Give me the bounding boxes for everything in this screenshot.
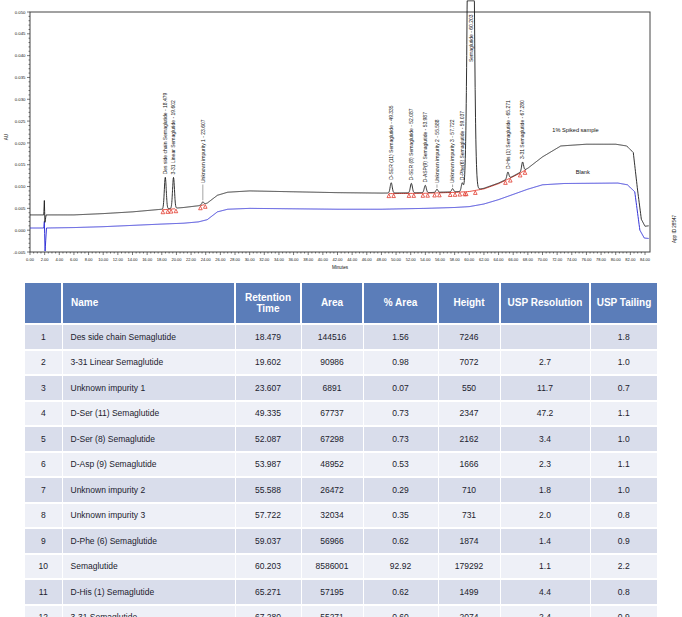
table-row: 8Unknown impurity 357.722320340.357312.0… bbox=[25, 503, 657, 529]
y-tick-label: 0.015 bbox=[15, 162, 26, 167]
table-cell: 23.607 bbox=[235, 375, 301, 401]
table-cell: 2347 bbox=[438, 401, 500, 427]
peak-label: Unknown impurity 1 - 23.607 bbox=[200, 119, 206, 183]
peak-label: 3-31 Semaglutide - 67.280 bbox=[519, 100, 525, 159]
x-tick-label: 26.00 bbox=[215, 257, 226, 262]
table-cell: 57195 bbox=[301, 579, 363, 605]
table-cell: 92.92 bbox=[363, 554, 438, 580]
table-cell: 8586001 bbox=[301, 554, 363, 580]
table-row: 6D-Asp (9) Semaglutide53.987489520.53166… bbox=[25, 452, 657, 478]
table-body: 1Des side chain Semaglutide18.4791445161… bbox=[25, 324, 657, 617]
table-cell: 7246 bbox=[438, 324, 500, 350]
table-cell: 0.98 bbox=[363, 350, 438, 376]
integration-marker bbox=[199, 206, 203, 210]
table-cell: 67737 bbox=[301, 401, 363, 427]
peak-label: D-SER (11) Semaglutide - 49.335 bbox=[388, 105, 394, 180]
table-cell: 6891 bbox=[301, 375, 363, 401]
integration-marker bbox=[474, 191, 478, 195]
table-cell: 59.037 bbox=[235, 528, 301, 554]
table-cell: 4.4 bbox=[500, 579, 590, 605]
x-tick-label: 66.00 bbox=[508, 257, 519, 262]
header-retention-time: RetentionTime bbox=[235, 283, 301, 324]
x-tick-label: 44.00 bbox=[347, 257, 358, 262]
table-cell: 0.9 bbox=[590, 528, 657, 554]
table-cell: 710 bbox=[438, 477, 500, 503]
table-cell: 1874 bbox=[438, 528, 500, 554]
header-area: Area bbox=[301, 283, 363, 324]
table-cell: 1.56 bbox=[363, 324, 438, 350]
table-cell: 67.280 bbox=[235, 605, 301, 617]
x-tick-label: 4.00 bbox=[55, 257, 64, 262]
table-cell: 67298 bbox=[301, 426, 363, 452]
table-cell: 26472 bbox=[301, 477, 363, 503]
table-cell: 0.8 bbox=[590, 503, 657, 529]
header-height: Height bbox=[438, 283, 500, 324]
peak-results-table: Name RetentionTime Area % Area Height US… bbox=[25, 283, 657, 617]
x-tick-label: 38.00 bbox=[303, 257, 314, 262]
x-tick-label: 70.00 bbox=[537, 257, 548, 262]
table-cell: 2.0 bbox=[500, 503, 590, 529]
table-cell: 2162 bbox=[438, 426, 500, 452]
table-cell: 56966 bbox=[301, 528, 363, 554]
y-tick-label: 0.030 bbox=[15, 97, 26, 102]
y-tick-label: 0.005 bbox=[15, 206, 26, 211]
y-tick-label: 0.020 bbox=[15, 141, 26, 146]
x-tick-label: 84.00 bbox=[640, 257, 651, 262]
table-cell: D-Ser (8) Semaglutide bbox=[62, 426, 235, 452]
sample-trace bbox=[30, 1, 649, 226]
integration-marker bbox=[426, 194, 430, 198]
x-tick-label: 20.00 bbox=[171, 257, 182, 262]
table-cell: 32034 bbox=[301, 503, 363, 529]
x-tick-label: 76.00 bbox=[581, 257, 592, 262]
table-cell: 1.0 bbox=[590, 426, 657, 452]
header-usp-resolution: USP Resolution bbox=[500, 283, 590, 324]
table-cell: 550 bbox=[438, 375, 500, 401]
integration-marker bbox=[448, 193, 452, 197]
y-tick-label: 0.025 bbox=[15, 119, 26, 124]
y-axis-title: AU bbox=[4, 134, 9, 140]
y-tick-label: 0.010 bbox=[15, 184, 26, 189]
table-cell: 2.7 bbox=[500, 350, 590, 376]
table-row: 9D-Phe (6) Semaglutide59.037569660.62187… bbox=[25, 528, 657, 554]
table-cell: Unknown impurity 1 bbox=[62, 375, 235, 401]
table-cell: D-Phe (6) Semaglutide bbox=[62, 528, 235, 554]
table-row: 3Unknown impurity 123.60768910.0755011.7… bbox=[25, 375, 657, 401]
table-cell: 0.62 bbox=[363, 579, 438, 605]
x-tick-label: 14.00 bbox=[127, 257, 138, 262]
x-tick-label: 16.00 bbox=[142, 257, 153, 262]
table-cell: 55271 bbox=[301, 605, 363, 617]
peak-label: Unknown impurity 3 - 57.722 bbox=[449, 119, 455, 183]
table-cell: 3-31 Semaglutide bbox=[62, 605, 235, 617]
app-id-label: App ID 28547 bbox=[672, 214, 677, 243]
table-cell: 48952 bbox=[301, 452, 363, 478]
table-cell: 3-31 Linear Semaglutide bbox=[62, 350, 235, 376]
table-cell: Semaglutide bbox=[62, 554, 235, 580]
integration-marker bbox=[161, 210, 165, 214]
y-tick-label: 0.040 bbox=[15, 53, 26, 58]
sample-trace-label: 1% Spiked sample bbox=[552, 127, 598, 133]
x-tick-label: 24.00 bbox=[201, 257, 212, 262]
x-tick-label: 68.00 bbox=[523, 257, 534, 262]
integration-marker bbox=[438, 193, 442, 197]
table-cell: Des side chain Semaglutide bbox=[62, 324, 235, 350]
chromatogram-panel: -0.0050.0000.0050.0100.0150.0200.0250.03… bbox=[0, 0, 682, 281]
table-cell: 0.9 bbox=[590, 605, 657, 617]
table-cell: 7072 bbox=[438, 350, 500, 376]
x-tick-label: 56.00 bbox=[435, 257, 446, 262]
table-cell: 52.087 bbox=[235, 426, 301, 452]
table-cell: 1.0 bbox=[590, 350, 657, 376]
table-row: 7Unknown impurity 255.588264720.297101.8… bbox=[25, 477, 657, 503]
table-cell: 2.4 bbox=[500, 605, 590, 617]
blank-trace-label: Blank bbox=[576, 169, 590, 175]
peak-label: D-ASP(9) Semaglutide - 53.987 bbox=[422, 112, 428, 183]
table-cell: 0.62 bbox=[363, 528, 438, 554]
x-tick-label: 6.00 bbox=[70, 257, 79, 262]
header-name: Name bbox=[62, 283, 235, 324]
row-index-cell: 12 bbox=[25, 605, 62, 617]
table-row: 4D-Ser (11) Semaglutide49.335677370.7323… bbox=[25, 401, 657, 427]
peak-label: 3-31 Linear Semaglutide - 19.602 bbox=[170, 100, 176, 174]
table-cell: 1499 bbox=[438, 579, 500, 605]
row-index-cell: 6 bbox=[25, 452, 62, 478]
chromatography-report: -0.0050.0000.0050.0100.0150.0200.0250.03… bbox=[0, 0, 682, 617]
header-usp-tailing: USP Tailing bbox=[590, 283, 657, 324]
